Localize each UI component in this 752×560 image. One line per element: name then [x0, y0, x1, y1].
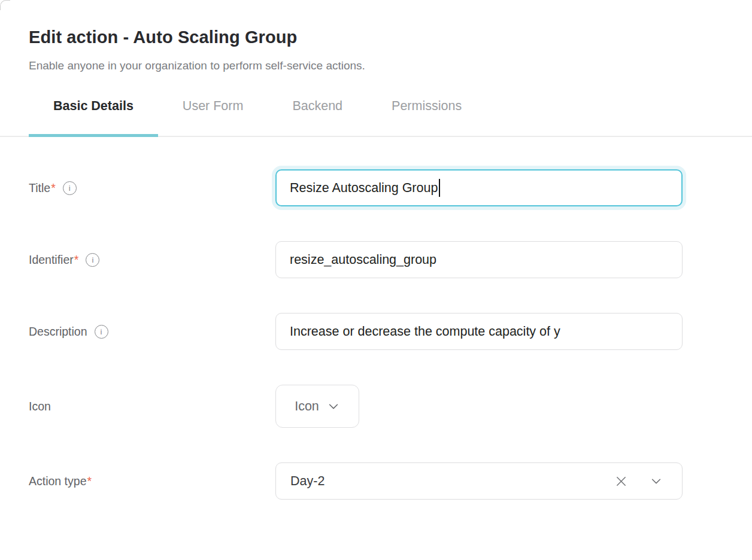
identifier-row: Identifier* i resize_autoscaling_group — [29, 241, 752, 278]
description-label-cell: Description i — [29, 325, 275, 339]
tab-user-form[interactable]: User Form — [158, 99, 268, 136]
required-asterisk: * — [51, 181, 56, 194]
icon-dropdown-value: Icon — [295, 399, 319, 414]
title-row: Title* i Resize Autoscaling Group — [29, 169, 752, 206]
basic-details-form: Title* i Resize Autoscaling Group Identi… — [0, 137, 752, 500]
title-label: Title* — [29, 181, 56, 195]
page-title: Edit action - Auto Scaling Group — [29, 28, 723, 47]
clear-icon[interactable] — [614, 474, 628, 488]
action-type-select[interactable]: Day-2 — [275, 462, 683, 500]
identifier-label: Identifier* — [29, 253, 78, 267]
action-type-label: Action type* — [29, 474, 92, 488]
info-icon[interactable]: i — [86, 253, 99, 267]
required-asterisk: * — [74, 253, 79, 266]
select-icons — [614, 474, 663, 488]
icon-row: Icon Icon — [29, 385, 752, 428]
tab-basic-details[interactable]: Basic Details — [29, 99, 158, 136]
description-input[interactable]: Increase or decrease the compute capacit… — [275, 313, 683, 350]
title-input[interactable]: Resize Autoscaling Group — [275, 169, 683, 206]
tabs-bar: Basic Details User Form Backend Permissi… — [0, 99, 752, 137]
text-cursor — [439, 179, 440, 197]
title-label-cell: Title* i — [29, 181, 275, 195]
identifier-input[interactable]: resize_autoscaling_group — [275, 241, 683, 278]
title-input-value: Resize Autoscaling Group — [290, 181, 438, 196]
info-icon[interactable]: i — [95, 325, 108, 339]
identifier-input-value: resize_autoscaling_group — [290, 252, 436, 267]
info-icon[interactable]: i — [63, 181, 77, 195]
description-row: Description i Increase or decrease the c… — [29, 313, 752, 350]
tab-permissions[interactable]: Permissions — [367, 99, 486, 136]
description-label: Description — [29, 325, 87, 339]
chevron-down-icon — [327, 400, 340, 413]
action-type-value: Day-2 — [290, 474, 325, 489]
action-type-row: Action type* Day-2 — [29, 462, 752, 500]
tab-backend[interactable]: Backend — [268, 99, 367, 136]
page-subtitle: Enable anyone in your organization to pe… — [29, 59, 723, 72]
modal-corner — [0, 0, 10, 10]
identifier-label-cell: Identifier* i — [29, 253, 275, 267]
icon-dropdown[interactable]: Icon — [275, 385, 359, 428]
action-type-label-cell: Action type* — [29, 474, 275, 488]
required-asterisk: * — [87, 474, 92, 488]
page-header: Edit action - Auto Scaling Group Enable … — [0, 0, 752, 72]
chevron-down-icon[interactable] — [650, 474, 663, 488]
icon-label: Icon — [29, 400, 51, 413]
icon-label-cell: Icon — [29, 400, 275, 413]
description-input-value: Increase or decrease the compute capacit… — [290, 324, 560, 339]
